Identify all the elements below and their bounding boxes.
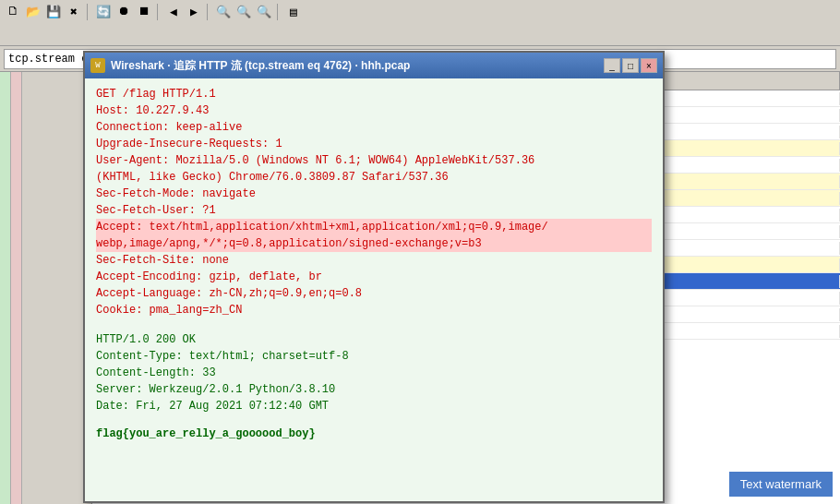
- new-icon[interactable]: 🗋: [4, 3, 22, 21]
- maximize-button[interactable]: □: [622, 58, 639, 73]
- window-titlebar: W Wireshark · 追踪 HTTP 流 (tcp.stream eq 4…: [85, 53, 663, 78]
- http-line-17: Content-Length: 33: [96, 365, 652, 381]
- http-line-3: Connection: keep-alive: [96, 119, 652, 136]
- toolbar: 🗋 📂 💾 ✖ 🔄 ⏺ ⏹ ◀ ▶ 🔍 🔍 🔍 ▤: [0, 0, 840, 46]
- http-line-empty1: [96, 318, 652, 331]
- window-content: GET /flag HTTP/1.1 Host: 10.227.9.43 Con…: [85, 78, 663, 501]
- open-icon[interactable]: 📂: [24, 3, 42, 21]
- close-icon[interactable]: ✖: [65, 3, 83, 21]
- capture-icon[interactable]: ⏺: [114, 3, 133, 21]
- layout-icon[interactable]: ▤: [284, 3, 303, 21]
- http-line-12: Accept-Encoding: gzip, deflate, br: [96, 269, 652, 285]
- http-line-5: User-Agent: Mozilla/5.0 (Windows NT 6.1;…: [96, 152, 652, 169]
- http-line-4: Upgrade-Insecure-Requests: 1: [96, 136, 652, 152]
- zoom-out-icon[interactable]: 🔍: [234, 3, 253, 21]
- http-line-9: Accept: text/html,application/xhtml+xml,…: [96, 219, 652, 235]
- save-icon[interactable]: 💾: [44, 3, 63, 21]
- wireshark-icon: W: [90, 58, 105, 73]
- minimize-button[interactable]: _: [604, 58, 620, 73]
- http-line-16: Content-Type: text/html; charset=utf-8: [96, 348, 652, 365]
- http-line-19: Date: Fri, 27 Aug 2021 07:12:40 GMT: [96, 398, 652, 414]
- http-line-7: Sec-Fetch-Mode: navigate: [96, 186, 652, 202]
- http-line-empty2: [96, 414, 652, 427]
- wireshark-window: W Wireshark · 追踪 HTTP 流 (tcp.stream eq 4…: [83, 51, 665, 503]
- toolbar-top: 🗋 📂 💾 ✖ 🔄 ⏺ ⏹ ◀ ▶ 🔍 🔍 🔍 ▤: [0, 0, 840, 23]
- window-title: Wireshark · 追踪 HTTP 流 (tcp.stream eq 476…: [111, 58, 410, 74]
- forward-icon[interactable]: ▶: [185, 3, 203, 21]
- back-icon[interactable]: ◀: [164, 3, 183, 21]
- left-panel: [0, 72, 92, 504]
- reload-icon[interactable]: 🔄: [94, 3, 113, 21]
- http-line-10: webp,image/apng,*/*;q=0.8,application/si…: [96, 235, 652, 252]
- http-line-8: Sec-Fetch-User: ?1: [96, 202, 652, 219]
- zoom-reset-icon[interactable]: 🔍: [255, 3, 273, 21]
- window-controls: _ □ ×: [604, 58, 657, 73]
- flag-line: flag{you_are_relly_a_goooood_boy}: [96, 427, 652, 440]
- http-line-18: Server: Werkzeug/2.0.1 Python/3.8.10: [96, 381, 652, 398]
- close-button[interactable]: ×: [641, 58, 657, 73]
- stop-icon[interactable]: ⏹: [135, 3, 153, 21]
- http-line-2: Host: 10.227.9.43: [96, 102, 652, 119]
- http-line-11: Sec-Fetch-Site: none: [96, 252, 652, 269]
- zoom-in-icon[interactable]: 🔍: [214, 3, 233, 21]
- text-watermark-button[interactable]: Text watermark: [729, 472, 833, 497]
- http-line-13: Accept-Language: zh-CN,zh;q=0.9,en;q=0.8: [96, 285, 652, 302]
- http-line-15: HTTP/1.0 200 OK: [96, 331, 652, 348]
- http-line-14: Cookie: pma_lang=zh_CN: [96, 302, 652, 318]
- http-line-6: (KHTML, like Gecko) Chrome/76.0.3809.87 …: [96, 169, 652, 186]
- http-line-1: GET /flag HTTP/1.1: [96, 86, 652, 102]
